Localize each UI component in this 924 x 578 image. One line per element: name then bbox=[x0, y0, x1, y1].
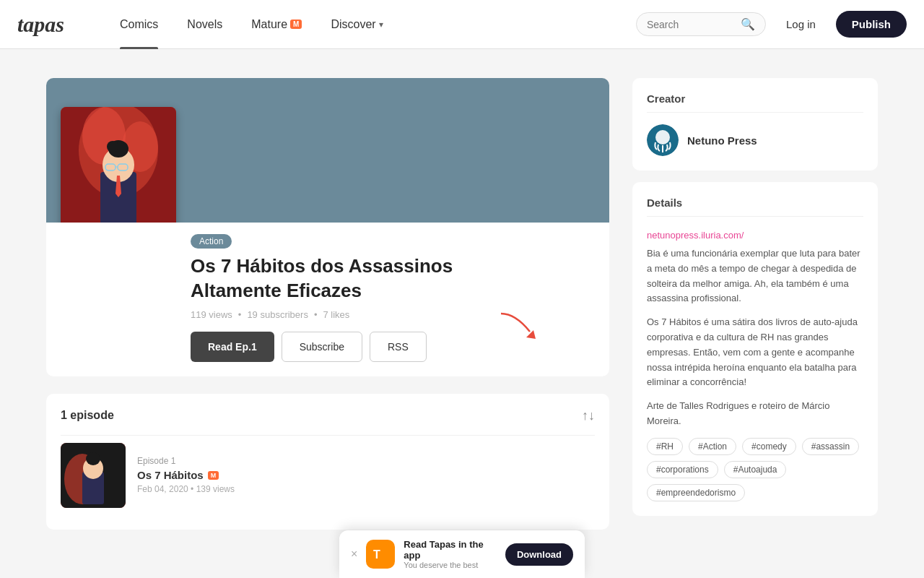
creator-card: Creator Netuno Press bbox=[632, 78, 878, 171]
header-right: 🔍 Log in Publish bbox=[636, 11, 907, 38]
episode-thumb-art bbox=[61, 443, 126, 508]
tag-item[interactable]: #RH bbox=[647, 438, 683, 455]
tags-container: #RH#Action#comedy#assassin#corporations#… bbox=[647, 438, 863, 501]
subscriber-count: 19 subscribers bbox=[247, 309, 308, 320]
search-icon[interactable]: 🔍 bbox=[741, 17, 755, 31]
rss-arrow bbox=[494, 310, 537, 342]
series-title: Os 7 Hábitos dos Assassinos Altamente Ef… bbox=[191, 254, 595, 303]
episode-thumbnail bbox=[61, 443, 126, 508]
chevron-down-icon: ▾ bbox=[379, 20, 383, 30]
svg-text:tapas: tapas bbox=[17, 12, 64, 36]
mature-badge: M bbox=[290, 20, 302, 29]
episodes-header: 1 episode ↑↓ bbox=[61, 408, 595, 423]
series-hero bbox=[46, 78, 609, 223]
nav-item-discover[interactable]: Discover ▾ bbox=[316, 0, 397, 49]
tag-item[interactable]: #assassin bbox=[802, 438, 859, 455]
genre-tag[interactable]: Action bbox=[191, 234, 232, 249]
creator-card-title: Creator bbox=[647, 92, 863, 113]
tag-item[interactable]: #comedy bbox=[742, 438, 796, 455]
details-link[interactable]: netunopress.iluria.com/ bbox=[647, 230, 744, 241]
tag-item[interactable]: #Action bbox=[689, 438, 736, 455]
search-input[interactable] bbox=[647, 19, 741, 30]
episode-meta: Feb 04, 2020 • 139 views bbox=[137, 484, 595, 494]
svg-point-20 bbox=[655, 130, 670, 144]
tag-item[interactable]: #empreendedorismo bbox=[647, 484, 745, 501]
creator-name: Netuno Press bbox=[687, 134, 757, 147]
creator-row[interactable]: Netuno Press bbox=[647, 124, 863, 156]
mature-label: Mature bbox=[251, 18, 287, 31]
details-credits: Arte de Talles Rodrigues e roteiro de Má… bbox=[647, 399, 863, 429]
arrow-icon bbox=[494, 310, 537, 339]
episodes-section: 1 episode ↑↓ Episode 1 bbox=[46, 394, 609, 530]
episodes-count: 1 episode bbox=[61, 409, 114, 422]
tag-item[interactable]: #corporations bbox=[647, 461, 718, 478]
left-panel: Action Os 7 Hábitos dos Assassinos Altam… bbox=[46, 78, 609, 530]
svg-text:T: T bbox=[373, 548, 380, 561]
site-header: tapas Comics Novels Mature M Discover ▾ … bbox=[0, 0, 924, 49]
details-card: Details netunopress.iluria.com/ Bia é um… bbox=[632, 182, 878, 516]
series-cover bbox=[61, 107, 176, 237]
nav-item-mature[interactable]: Mature M bbox=[237, 0, 316, 49]
nav-item-comics[interactable]: Comics bbox=[105, 0, 173, 49]
like-count: 7 likes bbox=[323, 309, 349, 320]
banner-title: Read Tapas in the app bbox=[404, 539, 497, 561]
tag-item[interactable]: #Autoajuda bbox=[724, 461, 787, 478]
episode-number: Episode 1 bbox=[137, 456, 595, 466]
svg-point-8 bbox=[107, 141, 118, 152]
app-icon-image: T bbox=[370, 544, 391, 564]
episode-title: Os 7 Hábitos M bbox=[137, 469, 595, 481]
cover-art bbox=[61, 107, 176, 237]
series-actions: Read Ep.1 Subscribe RSS bbox=[191, 332, 595, 362]
read-episode-button[interactable]: Read Ep.1 bbox=[191, 332, 274, 362]
app-download-banner: × T Read Tapas in the app You deserve th… bbox=[339, 530, 585, 578]
sort-icon[interactable]: ↑↓ bbox=[582, 408, 595, 423]
download-button[interactable]: Download bbox=[505, 543, 573, 566]
close-banner-button[interactable]: × bbox=[351, 548, 357, 561]
svg-point-18 bbox=[86, 452, 100, 465]
table-row[interactable]: Episode 1 Os 7 Hábitos M Feb 04, 2020 • … bbox=[61, 435, 595, 515]
logo-svg: tapas bbox=[17, 12, 82, 38]
nav-item-novels[interactable]: Novels bbox=[173, 0, 237, 49]
details-desc-2: Os 7 Hábitos é uma sátira dos livros de … bbox=[647, 315, 863, 390]
series-info: Action Os 7 Hábitos dos Assassinos Altam… bbox=[46, 223, 609, 376]
discover-label: Discover bbox=[331, 18, 375, 31]
view-count: 119 views bbox=[191, 309, 232, 320]
login-button[interactable]: Log in bbox=[777, 18, 824, 30]
episode-details: Episode 1 Os 7 Hábitos M Feb 04, 2020 • … bbox=[137, 456, 595, 494]
details-card-title: Details bbox=[647, 197, 863, 217]
main-content: Action Os 7 Hábitos dos Assassinos Altam… bbox=[29, 78, 895, 530]
search-box[interactable]: 🔍 bbox=[636, 12, 766, 36]
publish-button[interactable]: Publish bbox=[836, 11, 907, 38]
rss-button[interactable]: RSS bbox=[370, 332, 427, 362]
right-panel: Creator Netuno Press bbox=[632, 78, 878, 530]
subscribe-button[interactable]: Subscribe bbox=[282, 332, 362, 362]
creator-avatar bbox=[647, 124, 679, 156]
svg-marker-13 bbox=[526, 330, 536, 339]
main-nav: Comics Novels Mature M Discover ▾ bbox=[105, 0, 398, 49]
mature-episode-badge: M bbox=[208, 471, 219, 480]
avatar-image bbox=[647, 124, 679, 156]
logo[interactable]: tapas bbox=[17, 12, 82, 38]
banner-subtitle: You deserve the best bbox=[404, 561, 497, 569]
banner-text: Read Tapas in the app You deserve the be… bbox=[404, 539, 497, 569]
banner-app-icon: T bbox=[366, 540, 395, 569]
details-desc-1: Bia é uma funcionária exemplar que luta … bbox=[647, 246, 863, 306]
